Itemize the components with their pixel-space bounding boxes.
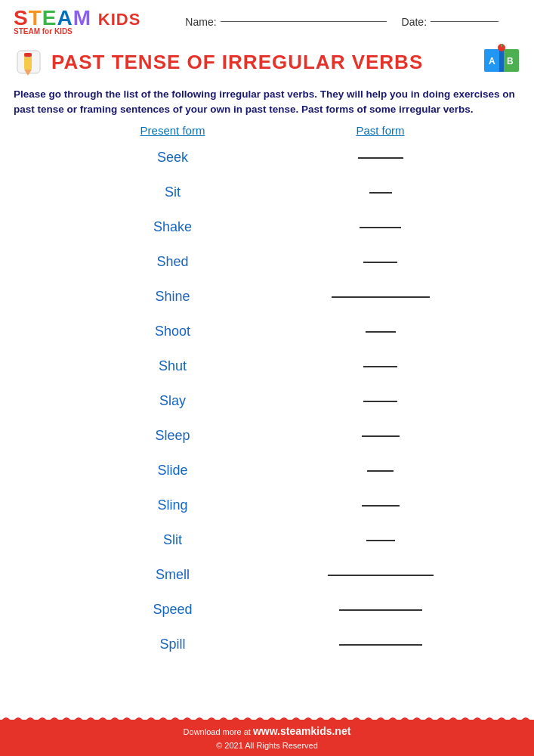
verb-present-6: Shut <box>60 358 286 374</box>
verb-past-5 <box>286 331 475 333</box>
answer-line-14 <box>339 644 422 646</box>
verb-row: Sleep <box>14 420 520 453</box>
verb-present-12: Smell <box>60 567 286 583</box>
logo-s: S <box>14 6 29 29</box>
table-area: Present form Past form SeekSitShakeShedS… <box>0 124 534 662</box>
verb-past-3 <box>286 262 475 263</box>
verb-row: Shine <box>14 280 520 314</box>
logo-kids: KIDS <box>98 10 141 29</box>
verb-present-10: Sling <box>60 497 286 513</box>
answer-line-10 <box>362 505 400 507</box>
column-headers: Present form Past form <box>14 124 520 137</box>
logo-t: T <box>29 6 42 29</box>
name-field: Name: <box>185 16 386 28</box>
title-row: PAST TENSE OF IRREGULAR VERBS A B <box>0 40 534 84</box>
verb-present-13: Speed <box>60 602 286 618</box>
footer-text: Download more at www.steamkids.net <box>184 723 351 739</box>
footer-scallop <box>0 709 534 723</box>
verb-present-9: Slide <box>60 463 286 479</box>
verb-present-8: Sleep <box>60 428 286 444</box>
svg-text:B: B <box>507 56 514 67</box>
date-label: Date: <box>402 16 427 28</box>
pencil-icon <box>14 47 44 77</box>
verb-row: Shoot <box>14 315 520 349</box>
answer-line-11 <box>366 540 395 541</box>
verb-present-5: Shoot <box>60 324 286 339</box>
logo-a: A <box>57 6 73 29</box>
verb-row: Seek <box>14 141 520 175</box>
logo-m: M <box>73 6 91 29</box>
present-form-header: Present form <box>60 124 286 137</box>
answer-line-8 <box>362 435 400 437</box>
main-title: PAST TENSE OF IRREGULAR VERBS <box>51 51 475 74</box>
name-date-area: Name: Date: <box>163 16 520 28</box>
verb-past-7 <box>286 401 475 402</box>
book-icon: A B <box>483 43 520 81</box>
verb-present-7: Slay <box>60 393 286 409</box>
past-form-header: Past form <box>286 124 475 137</box>
svg-rect-4 <box>26 57 30 57</box>
verb-past-13 <box>286 609 475 611</box>
answer-line-4 <box>332 296 430 298</box>
name-label: Name: <box>185 16 216 28</box>
answer-line-3 <box>363 262 397 263</box>
answer-line-7 <box>363 401 397 402</box>
verb-past-1 <box>286 192 475 194</box>
answer-line-5 <box>366 331 396 333</box>
footer-copyright: © 2021 All Rights Reserved <box>216 739 318 752</box>
verb-past-12 <box>286 575 475 576</box>
verb-past-9 <box>286 470 475 472</box>
verb-past-6 <box>286 366 475 367</box>
answer-line-1 <box>369 192 392 194</box>
answer-line-12 <box>328 575 434 576</box>
description: Please go through the list of the follow… <box>0 84 534 124</box>
answer-line-0 <box>358 157 403 159</box>
verb-row: Speed <box>14 593 520 627</box>
name-input-line <box>221 21 387 22</box>
verb-row: Shake <box>14 211 520 244</box>
svg-rect-7 <box>499 49 504 72</box>
verb-row: Smell <box>14 559 520 592</box>
verb-past-11 <box>286 540 475 541</box>
date-input-line <box>431 21 499 22</box>
verb-past-10 <box>286 505 475 507</box>
verb-past-8 <box>286 435 475 437</box>
answer-line-13 <box>339 609 422 611</box>
verb-present-1: Sit <box>60 184 286 200</box>
verb-present-2: Shake <box>60 219 286 235</box>
logo-subtitle: STEAM for KIDS <box>14 27 73 36</box>
verb-present-4: Shine <box>60 289 286 305</box>
verb-present-11: Slit <box>60 532 286 548</box>
svg-text:A: A <box>489 56 495 67</box>
verb-present-3: Shed <box>60 254 286 270</box>
verb-row: Slit <box>14 524 520 557</box>
footer: Download more at www.steamkids.net © 202… <box>0 720 534 756</box>
verb-past-14 <box>286 644 475 646</box>
footer-url: www.steamkids.net <box>253 725 350 737</box>
verb-row: Spill <box>14 628 520 662</box>
verb-row: Slide <box>14 454 520 488</box>
logo-text: STEAM KIDS <box>14 8 140 29</box>
verb-row: Sling <box>14 489 520 522</box>
verb-row: Slay <box>14 385 520 418</box>
verb-row: Shed <box>14 246 520 279</box>
verb-row: Sit <box>14 176 520 209</box>
answer-line-6 <box>363 366 397 367</box>
date-field: Date: <box>402 16 499 28</box>
logo: STEAM KIDS STEAM for KIDS <box>14 8 140 36</box>
answer-line-9 <box>367 470 394 472</box>
logo-e: E <box>42 6 57 29</box>
svg-rect-3 <box>24 53 32 57</box>
verb-row: Shut <box>14 350 520 383</box>
footer-download: Download more at <box>184 727 251 736</box>
verb-present-14: Spill <box>60 637 286 652</box>
verb-present-0: Seek <box>60 150 286 166</box>
verb-past-2 <box>286 227 475 228</box>
verb-rows: SeekSitShakeShedShineShootShutSlaySleepS… <box>14 141 520 662</box>
svg-rect-11 <box>501 44 502 47</box>
answer-line-2 <box>360 227 401 228</box>
verb-past-4 <box>286 296 475 298</box>
header: STEAM KIDS STEAM for KIDS Name: Date: <box>0 0 534 40</box>
verb-past-0 <box>286 157 475 159</box>
